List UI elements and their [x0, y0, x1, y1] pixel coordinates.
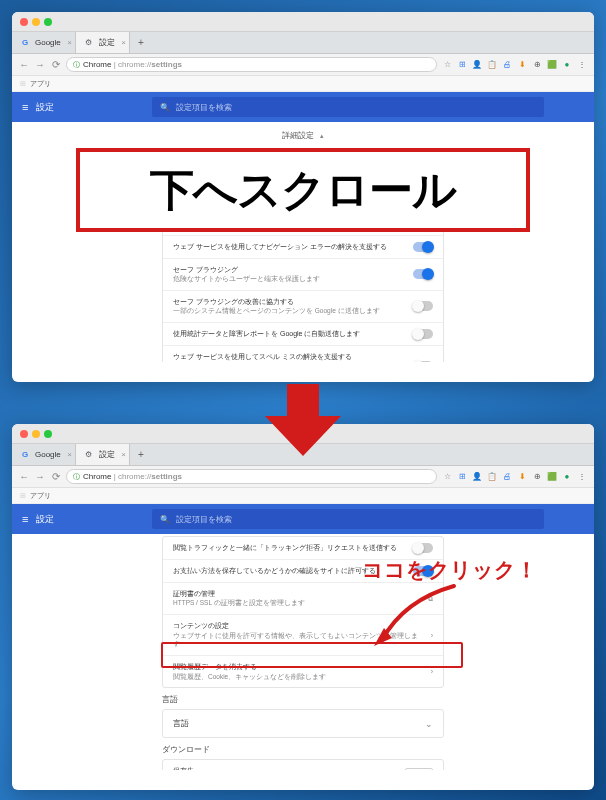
toggle-switch[interactable] [413, 543, 433, 553]
menu-icon[interactable]: ⋮ [576, 471, 588, 483]
ext-icon[interactable]: ⬇ [516, 471, 528, 483]
bookmarks-bar: ⊞ アプリ [12, 488, 594, 504]
advanced-toggle[interactable]: 詳細設定▴ [52, 122, 554, 149]
traffic-close-icon[interactable] [20, 430, 28, 438]
ext-icon[interactable]: ⊞ [456, 59, 468, 71]
apps-grid-icon[interactable]: ⊞ [20, 492, 26, 500]
search-icon: 🔍 [160, 103, 170, 112]
lock-icon: ⓘ [73, 472, 80, 482]
toolbar: ← → ⟳ ⓘ Chrome | chrome://settings ☆ ⊞ 👤… [12, 54, 594, 76]
settings-row[interactable]: セーフ ブラウジング危険なサイトからユーザーと端末を保護します [163, 259, 443, 291]
extension-icons: ☆ ⊞ 👤 📋 🖨 ⬇ ⊕ 🟩 ● ⋮ [441, 59, 588, 71]
close-icon[interactable]: × [67, 38, 72, 47]
ext-icon[interactable]: 👤 [471, 471, 483, 483]
settings-search[interactable]: 🔍 設定項目を検索 [152, 509, 544, 529]
search-placeholder: 設定項目を検索 [176, 514, 232, 525]
language-expander[interactable]: 言語 ⌄ [162, 709, 444, 738]
download-card: 保存先/Users/nam/Downloads変更 ダウンロード前に各ファイルの… [162, 759, 444, 770]
traffic-max-icon[interactable] [44, 18, 52, 26]
url-path: | chrome://settings [111, 60, 182, 69]
tab-label: Google [35, 450, 61, 459]
chevron-up-icon: ▴ [320, 132, 324, 139]
tab-label: 設定 [99, 37, 115, 48]
traffic-close-icon[interactable] [20, 18, 28, 26]
ext-icon[interactable]: 🖨 [501, 471, 513, 483]
ext-icon[interactable]: ⊞ [456, 471, 468, 483]
ext-icon[interactable]: 🟩 [546, 59, 558, 71]
appbar-left: ≡ 設定 [12, 92, 152, 122]
settings-search[interactable]: 🔍 設定項目を検索 [152, 97, 544, 117]
down-arrow-annotation [265, 384, 341, 456]
mac-titlebar [12, 12, 594, 32]
ext-icon[interactable]: ⊕ [531, 59, 543, 71]
favicon-settings: ⚙ [84, 38, 94, 48]
toggle-switch[interactable] [413, 269, 433, 279]
traffic-min-icon[interactable] [32, 430, 40, 438]
close-icon[interactable]: × [121, 450, 126, 459]
search-placeholder: 設定項目を検索 [176, 102, 232, 113]
settings-row[interactable]: 閲覧履歴データを消去する閲覧履歴、Cookie、キャッシュなどを削除します› [163, 656, 443, 687]
star-icon[interactable]: ☆ [441, 471, 453, 483]
apps-label[interactable]: アプリ [30, 79, 51, 89]
click-here-annotation: ココをクリック！ [362, 556, 537, 584]
ext-icon[interactable]: 🟩 [546, 471, 558, 483]
toggle-switch[interactable] [413, 329, 433, 339]
settings-row[interactable]: ウェブ サービスを使用してナビゲーション エラーの解決を支援する [163, 236, 443, 259]
new-tab-button[interactable]: + [130, 444, 152, 465]
ext-icon[interactable]: 👤 [471, 59, 483, 71]
hamburger-icon[interactable]: ≡ [22, 513, 28, 525]
tab-google[interactable]: G Google × [12, 444, 76, 465]
favicon-settings: ⚙ [84, 450, 94, 460]
tab-google[interactable]: G Google × [12, 32, 76, 53]
back-icon[interactable]: ← [18, 471, 30, 482]
address-bar[interactable]: ⓘ Chrome | chrome://settings [66, 57, 437, 72]
lock-icon: ⓘ [73, 60, 80, 70]
hamburger-icon[interactable]: ≡ [22, 101, 28, 113]
forward-icon[interactable]: → [34, 59, 46, 70]
address-bar[interactable]: ⓘ Chrome | chrome://settings [66, 469, 437, 484]
reload-icon[interactable]: ⟳ [50, 471, 62, 482]
ext-icon[interactable]: ⬇ [516, 59, 528, 71]
section-download-title: ダウンロード [162, 744, 444, 755]
close-icon[interactable]: × [121, 38, 126, 47]
settings-appbar: ≡ 設定 🔍 設定項目を検索 [12, 504, 594, 534]
new-tab-button[interactable]: + [130, 32, 152, 53]
toggle-switch[interactable] [413, 301, 433, 311]
ext-icon[interactable]: 📋 [486, 471, 498, 483]
change-button[interactable]: 変更 [405, 768, 433, 770]
tab-label: 設定 [99, 449, 115, 460]
settings-row: 保存先/Users/nam/Downloads変更 [163, 760, 443, 770]
scroll-down-annotation: 下へスクロール [76, 148, 530, 232]
ext-icon[interactable]: 📋 [486, 59, 498, 71]
apps-label[interactable]: アプリ [30, 491, 51, 501]
click-here-arrow [374, 582, 484, 657]
apps-grid-icon[interactable]: ⊞ [20, 80, 26, 88]
ext-icon[interactable]: ⊕ [531, 471, 543, 483]
tab-settings[interactable]: ⚙ 設定 × [76, 32, 130, 53]
settings-row[interactable]: セーフ ブラウジングの改善に協力する一部のシステム情報とページのコンテンツを G… [163, 291, 443, 323]
ext-icon[interactable]: 🖨 [501, 59, 513, 71]
star-icon[interactable]: ☆ [441, 59, 453, 71]
reload-icon[interactable]: ⟳ [50, 59, 62, 70]
traffic-min-icon[interactable] [32, 18, 40, 26]
settings-appbar: ≡ 設定 🔍 設定項目を検索 [12, 92, 594, 122]
favicon-google: G [20, 450, 30, 460]
avatar-icon[interactable]: ● [561, 59, 573, 71]
tab-settings[interactable]: ⚙ 設定 × [76, 444, 130, 465]
close-icon[interactable]: × [67, 450, 72, 459]
appbar-left: ≡ 設定 [12, 504, 152, 534]
toggle-switch[interactable] [413, 242, 433, 252]
tab-strip: G Google × ⚙ 設定 × + [12, 32, 594, 54]
favicon-google: G [20, 38, 30, 48]
toolbar: ← → ⟳ ⓘ Chrome | chrome://settings ☆ ⊞ 👤… [12, 466, 594, 488]
settings-row[interactable]: 使用統計データと障害レポートを Google に自動送信します [163, 323, 443, 346]
forward-icon[interactable]: → [34, 471, 46, 482]
search-icon: 🔍 [160, 515, 170, 524]
avatar-icon[interactable]: ● [561, 471, 573, 483]
settings-row[interactable]: ウェブ サービスを使用してスペル ミスの解決を支援するユーザーがブラウザに入力し… [163, 346, 443, 362]
traffic-max-icon[interactable] [44, 430, 52, 438]
toggle-switch[interactable] [413, 361, 433, 362]
back-icon[interactable]: ← [18, 59, 30, 70]
menu-icon[interactable]: ⋮ [576, 59, 588, 71]
chevron-down-icon: ⌄ [425, 719, 433, 729]
